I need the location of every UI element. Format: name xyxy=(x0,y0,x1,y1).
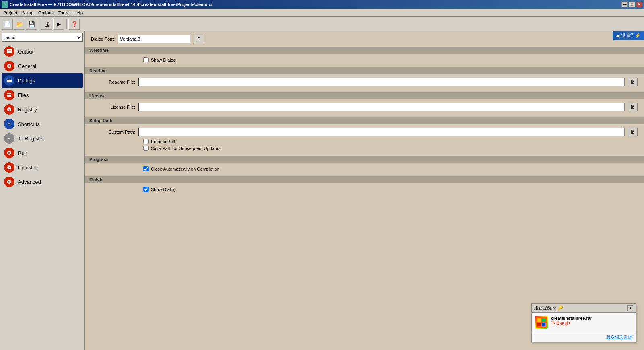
sidebar-item-files[interactable]: Files xyxy=(2,88,83,102)
notification-icon xyxy=(535,316,548,329)
custom-path-row: Custom Path: 🖹 xyxy=(91,128,638,136)
section-finish-header: Finish xyxy=(85,176,644,183)
readme-file-input[interactable] xyxy=(138,78,625,86)
show-dialog-finish-label: Show Dialog xyxy=(151,187,176,192)
show-dialog-welcome-label: Show Dialog xyxy=(151,58,176,62)
readme-browse-button[interactable]: 🖹 xyxy=(628,78,638,86)
sidebar-item-general[interactable]: General xyxy=(2,59,83,73)
toolbar-separator xyxy=(39,19,39,29)
sidebar-item-run-label: Run xyxy=(18,150,27,156)
sidebar-item-shortcuts[interactable]: ⊞ Shortcuts xyxy=(2,117,83,131)
custom-path-input[interactable] xyxy=(138,128,625,136)
menu-help[interactable]: Help xyxy=(71,10,85,16)
app-icon: 🔧 xyxy=(2,1,8,8)
readme-file-row: Readme File: 🖹 xyxy=(91,78,638,86)
notification-filename: createinstallfree.rar xyxy=(551,316,592,321)
menu-setup[interactable]: Setup xyxy=(19,10,36,16)
header-row: Dialog Font: F ◀ 迅雷7 ⚡ xyxy=(85,31,644,47)
section-welcome-header: Welcome xyxy=(85,47,644,54)
svg-rect-5 xyxy=(7,78,12,80)
notification-popup: 迅雷提醒您 🔑 ✕ createinstallfree.rar 下载失败! 搜索… xyxy=(531,303,636,342)
dialog-font-input[interactable] xyxy=(118,35,190,43)
menu-options[interactable]: Options xyxy=(36,10,56,16)
sidebar-item-toregister[interactable]: A To Register xyxy=(2,131,83,146)
project-select[interactable]: Demo xyxy=(2,33,83,42)
dialog-font-row: Dialog Font: F xyxy=(85,31,210,47)
font-browse-button[interactable]: F xyxy=(194,35,203,43)
menu-tools[interactable]: Tools xyxy=(56,10,71,16)
ad-lightning-icon: ◀ xyxy=(616,33,619,39)
sidebar-item-run[interactable]: Run xyxy=(2,146,83,160)
show-dialog-welcome-row: Show Dialog xyxy=(91,57,638,62)
section-license-content: License File: 🖹 xyxy=(85,99,644,117)
minimize-button[interactable]: — xyxy=(621,2,628,7)
dialogs-icon xyxy=(4,75,14,86)
svg-rect-22 xyxy=(542,318,545,322)
close-auto-label: Close Automatically on Completion xyxy=(151,167,219,171)
show-dialog-finish-checkbox[interactable] xyxy=(143,187,149,192)
maximize-button[interactable]: □ xyxy=(629,2,635,7)
registry-icon: R xyxy=(4,104,14,115)
section-readme-header: Readme xyxy=(85,67,644,74)
help-button[interactable]: ❓ xyxy=(68,19,80,30)
notification-close-button[interactable]: ✕ xyxy=(627,305,633,311)
license-file-row: License File: 🖹 xyxy=(91,103,638,111)
section-setuppath-content: Custom Path: 🖹 Enforce Path Save Path fo… xyxy=(85,124,644,156)
notification-footer: 搜索相关资源 xyxy=(532,332,636,342)
dialog-font-label: Dialog Font: xyxy=(91,37,115,41)
files-icon xyxy=(4,90,14,100)
show-dialog-finish-row: Show Dialog xyxy=(91,187,638,192)
build-button[interactable]: 🖨 xyxy=(41,19,52,30)
open-button[interactable]: 📂 xyxy=(14,19,25,30)
svg-rect-23 xyxy=(537,323,541,326)
custom-path-browse-button[interactable]: 🖹 xyxy=(628,128,638,136)
svg-text:R: R xyxy=(8,108,10,111)
new-button[interactable]: 📄 xyxy=(2,19,13,30)
svg-text:⚙: ⚙ xyxy=(8,180,11,184)
license-file-input[interactable] xyxy=(138,103,625,111)
sidebar-item-advanced-label: Advanced xyxy=(18,179,41,185)
svg-rect-1 xyxy=(8,50,11,51)
ad-text: 迅雷7 ⚡ xyxy=(621,32,641,39)
menu-project[interactable]: Project xyxy=(1,10,19,16)
custom-path-label: Custom Path: xyxy=(91,130,135,134)
sidebar-item-general-label: General xyxy=(18,63,36,69)
sidebar-item-uninstall[interactable]: ✕ Uninstall xyxy=(2,160,83,175)
title-bar: 🔧 CreateInstall Free — E:\TDDOWNLOAD\cre… xyxy=(0,0,644,9)
close-auto-checkbox[interactable] xyxy=(143,166,149,171)
license-browse-button[interactable]: 🖹 xyxy=(628,103,638,111)
sidebar-item-toregister-label: To Register xyxy=(18,136,44,142)
save-button[interactable]: 💾 xyxy=(26,19,37,30)
advanced-icon: ⚙ xyxy=(4,177,14,187)
svg-point-3 xyxy=(8,65,10,67)
section-setuppath-header: Setup Path xyxy=(85,117,644,124)
section-progress-content: Close Automatically on Completion xyxy=(85,163,644,176)
close-button[interactable]: ✕ xyxy=(636,2,642,7)
svg-text:⊞: ⊞ xyxy=(8,122,10,126)
general-icon xyxy=(4,61,14,71)
section-progress-header: Progress xyxy=(85,156,644,163)
svg-rect-0 xyxy=(7,49,12,53)
enforce-path-checkbox[interactable] xyxy=(143,139,149,144)
save-path-row: Save Path for Subsequent Updates xyxy=(91,146,638,151)
notification-header: 迅雷提醒您 🔑 ✕ xyxy=(532,304,636,313)
sidebar-item-files-label: Files xyxy=(18,92,29,98)
run-button[interactable]: ▶ xyxy=(53,19,64,30)
notification-title: 迅雷提醒您 🔑 xyxy=(534,305,563,311)
sidebar-item-dialogs[interactable]: Dialogs xyxy=(2,73,83,88)
section-welcome-content: Show Dialog xyxy=(85,54,644,67)
toolbar-separator-2 xyxy=(66,19,67,29)
uninstall-icon: ✕ xyxy=(4,162,14,173)
sidebar-item-output[interactable]: Output xyxy=(2,44,83,59)
ad-banner[interactable]: ◀ 迅雷7 ⚡ xyxy=(613,31,644,40)
show-dialog-welcome-checkbox[interactable] xyxy=(143,57,149,62)
main-container: Demo Output General Dialogs Files xyxy=(0,31,644,350)
shortcuts-icon: ⊞ xyxy=(4,119,14,129)
notification-search-link[interactable]: 搜索相关资源 xyxy=(606,334,632,340)
save-path-checkbox[interactable] xyxy=(143,146,149,151)
sidebar-item-registry[interactable]: R Registry xyxy=(2,102,83,117)
sidebar-item-advanced[interactable]: ⚙ Advanced xyxy=(2,175,83,189)
notification-body: createinstallfree.rar 下载失败! xyxy=(532,313,636,332)
title-text: CreateInstall Free — E:\TDDOWNLOAD\creat… xyxy=(10,2,213,7)
enforce-path-label: Enforce Path xyxy=(151,139,177,144)
